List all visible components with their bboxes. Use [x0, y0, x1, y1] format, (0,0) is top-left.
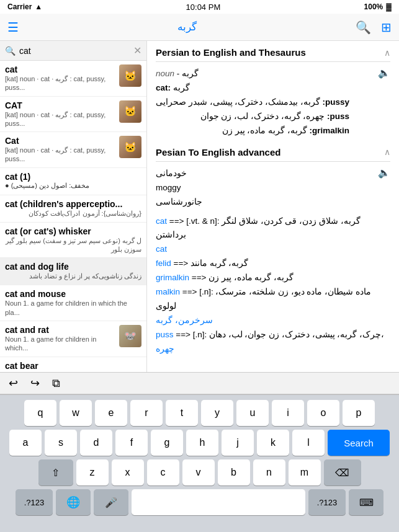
- key-g[interactable]: g: [151, 430, 183, 456]
- nav-bar: ☰ گربه 🔍 ⊞: [0, 14, 399, 41]
- num-key-right[interactable]: .?123: [308, 489, 346, 515]
- status-time: 10:04 PM: [186, 2, 221, 12]
- key-p[interactable]: p: [343, 400, 375, 426]
- key-d[interactable]: d: [80, 430, 112, 456]
- key-i[interactable]: i: [272, 400, 304, 426]
- key-n[interactable]: n: [253, 459, 285, 485]
- result-image: 🐱: [119, 136, 141, 158]
- split-icon[interactable]: ⊞: [381, 20, 392, 35]
- list-item[interactable]: cat (or cat's) whisker ل گربه (نوعی سیم …: [0, 223, 146, 259]
- key-t[interactable]: t: [166, 400, 198, 426]
- key-j[interactable]: j: [222, 430, 254, 456]
- clear-button[interactable]: ✕: [133, 45, 141, 56]
- main-content: 🔍 ✕ cat [kat] noun · cat · گربه : cat, p…: [0, 41, 399, 372]
- status-right: 100% ▓: [364, 2, 392, 11]
- result-main: cat (children's apperceptio...: [5, 199, 141, 209]
- result-sub: زندگی زناشویی‌که پر از نزاع و تضاد باشد: [5, 272, 141, 280]
- list-item[interactable]: cat (1) ● مخفف: اصول دین (مسیحی): [0, 168, 146, 195]
- entry-felid: felid ==> گربه، گربه مانند: [156, 257, 390, 271]
- keyboard-row-4: .?123 🌐 🎤 .?123 ⌨: [2, 489, 397, 515]
- shift-key[interactable]: ⇧: [38, 459, 73, 485]
- def-grimalkin: grimalkin: گربه، گربه ماده، پیر زن: [156, 124, 349, 138]
- section1-header: Persian to English and Thesaurus ∧: [156, 47, 390, 62]
- keyboard-row-2: a s d f g h j k l Search: [2, 430, 397, 456]
- paste-button[interactable]: ⧉: [50, 376, 63, 391]
- result-sub: [kat] noun · cat · گربه : cat, pussy, pu…: [5, 74, 115, 92]
- key-o[interactable]: o: [307, 400, 339, 426]
- key-u[interactable]: u: [236, 400, 269, 426]
- key-f[interactable]: f: [115, 430, 148, 456]
- section2-title: Pesian To English advanced: [156, 147, 280, 157]
- key-c[interactable]: c: [147, 459, 179, 485]
- mic-key[interactable]: 🎤: [94, 489, 128, 515]
- key-l[interactable]: l: [292, 430, 325, 456]
- search-bar: 🔍 ✕: [0, 41, 146, 61]
- toolbar: ↩ ↪ ⧉: [0, 372, 399, 394]
- word2: moggy: [156, 181, 390, 195]
- word1: خودمانی: [156, 167, 187, 181]
- battery-text: 100%: [364, 2, 383, 11]
- result-main: CAT: [5, 100, 115, 110]
- battery-icon: ▓: [386, 2, 392, 11]
- sound-icon-1[interactable]: 🔈: [378, 67, 390, 79]
- keyboard-row-1: q w e r t y u i o p: [2, 400, 397, 426]
- section1-chevron[interactable]: ∧: [384, 48, 390, 58]
- result-sub: ل گربه (نوعی سیم سر تیز و سفت) سیم بلور …: [5, 236, 141, 254]
- entry-cat-sub: cat: [156, 242, 390, 257]
- key-y[interactable]: y: [201, 400, 233, 426]
- result-main: cat and rat: [5, 325, 115, 335]
- redo-button[interactable]: ↪: [28, 375, 42, 391]
- carrier-text: Carrier: [7, 2, 32, 11]
- key-x[interactable]: x: [112, 459, 144, 485]
- list-item[interactable]: CAT [kat] noun · cat · گربه : cat, pussy…: [0, 97, 146, 133]
- def-cat: cat: گربه: [156, 81, 349, 95]
- key-k[interactable]: k: [257, 430, 289, 456]
- search-icon[interactable]: 🔍: [356, 20, 371, 35]
- entry-malkin: malkin ==> [.n]: ماده شیطان، ماده دیو، ز…: [156, 285, 390, 314]
- list-item[interactable]: cat and dog life زندگی زناشویی‌که پر از …: [0, 258, 146, 285]
- list-item[interactable]: cat [kat] noun · cat · گربه : cat, pussy…: [0, 61, 146, 97]
- status-bar: Carrier ▲ 10:04 PM 100% ▓: [0, 0, 399, 14]
- key-w[interactable]: w: [60, 400, 92, 426]
- nav-icons: 🔍 ⊞: [356, 20, 392, 35]
- key-r[interactable]: r: [130, 400, 163, 426]
- list-item[interactable]: Cat [kat] noun · cat · گربه : cat, pussy…: [0, 132, 146, 168]
- space-key[interactable]: [132, 489, 305, 515]
- word3: جانورشناسی: [156, 195, 390, 210]
- result-main: cat: [5, 64, 115, 74]
- key-z[interactable]: z: [76, 459, 109, 485]
- key-m[interactable]: m: [289, 459, 321, 485]
- result-sub: [kat] noun · cat · گربه : cat, pussy, pu…: [5, 110, 115, 128]
- sound-icon-2[interactable]: 🔈: [378, 167, 390, 181]
- key-h[interactable]: h: [186, 430, 218, 456]
- entry-cat: cat ==> [.vt. & n]: گربه، شلاق زدن، قی ک…: [156, 215, 390, 243]
- search-input[interactable]: [19, 46, 130, 56]
- result-image: 🐱: [119, 64, 141, 87]
- list-item[interactable]: cat and mouse Noun 1. a game for childre…: [0, 285, 146, 321]
- key-s[interactable]: s: [45, 430, 77, 456]
- left-panel: 🔍 ✕ cat [kat] noun · cat · گربه : cat, p…: [0, 41, 147, 372]
- nav-title: گربه: [177, 20, 197, 33]
- delete-key[interactable]: ⌫: [324, 459, 361, 485]
- key-b[interactable]: b: [218, 459, 250, 485]
- num-key-left[interactable]: .?123: [16, 489, 53, 515]
- search-button[interactable]: Search: [328, 430, 390, 456]
- list-item[interactable]: cat and rat Noun 1. a game for children …: [0, 321, 146, 357]
- list-item[interactable]: cat (children's apperceptio... {روان‌شنا…: [0, 195, 146, 223]
- keyboard-hide-key[interactable]: ⌨: [349, 489, 383, 515]
- menu-icon[interactable]: ☰: [7, 20, 19, 35]
- undo-button[interactable]: ↩: [6, 375, 20, 391]
- key-v[interactable]: v: [182, 459, 215, 485]
- section2-chevron[interactable]: ∧: [384, 147, 390, 157]
- result-sub: [kat] noun · cat · گربه : cat, pussy, pu…: [5, 146, 115, 164]
- list-item[interactable]: cat bear Noun 1. reddish-brown Old World…: [0, 357, 146, 372]
- status-left: Carrier ▲: [7, 2, 42, 11]
- entry-puss-sub: چهره: [156, 342, 390, 357]
- def-puss: puss: چهره، گربه، دخترک، لب، زن جوان: [156, 110, 349, 124]
- entry-grimalkin: grimalkin ==> گربه، گربه ماده، پیر زن: [156, 271, 390, 285]
- result-image: 🐭: [119, 325, 141, 347]
- key-a[interactable]: a: [9, 430, 42, 456]
- globe-key[interactable]: 🌐: [56, 489, 91, 515]
- key-e[interactable]: e: [95, 400, 127, 426]
- key-q[interactable]: q: [24, 400, 56, 426]
